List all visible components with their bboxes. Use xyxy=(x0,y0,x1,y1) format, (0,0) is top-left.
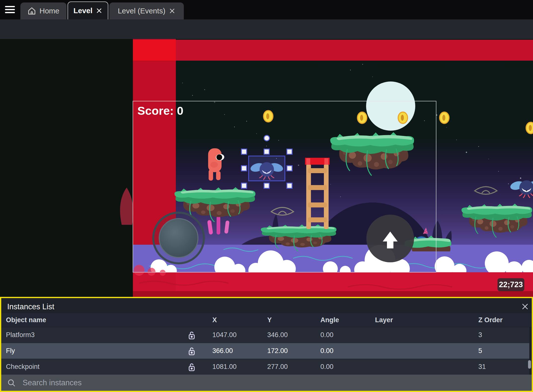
column-layer[interactable]: Layer xyxy=(375,316,393,324)
tab-level-events-label: Level (Events) xyxy=(118,7,165,15)
panel-title: Instances List xyxy=(7,302,54,311)
coin-object[interactable] xyxy=(264,111,273,122)
scene-canvas[interactable]: 22;723 Score: 0 xyxy=(0,39,533,297)
editor-out-of-scene-area xyxy=(0,39,133,297)
tab-level-label: Level xyxy=(74,6,93,15)
instance-row-platform3[interactable]: Platform3 1047.00 346.00 0.00 3 xyxy=(1,327,529,343)
coin-object[interactable] xyxy=(440,112,449,123)
column-object-name[interactable]: Object name xyxy=(6,316,46,324)
red-band-overlap xyxy=(133,40,176,61)
table-header-row: Object name X Y Angle Layer Z Order xyxy=(1,313,532,327)
rotate-handle[interactable] xyxy=(264,135,269,141)
editor-toolbar: Preview Publish xyxy=(0,19,533,39)
score-hud-text: Score: 0 xyxy=(137,104,183,117)
tab-level-close-icon[interactable] xyxy=(96,7,102,14)
home-icon xyxy=(28,7,36,15)
instance-row-fly-selected[interactable]: Fly 366.00 172.00 0.00 5 xyxy=(1,343,529,359)
main-menu-icon[interactable] xyxy=(5,6,15,14)
search-icon xyxy=(7,379,16,387)
jump-button-object[interactable] xyxy=(366,215,414,262)
tab-bar: Home Level Level (Events) xyxy=(0,0,533,19)
instance-row-checkpoint[interactable]: Checkpoint 1081.00 277.00 0.00 31 xyxy=(1,359,529,375)
lock-open-icon[interactable] xyxy=(187,362,196,372)
tab-level[interactable]: Level xyxy=(68,1,108,19)
tab-home[interactable]: Home xyxy=(20,2,67,19)
coin-object[interactable] xyxy=(526,122,533,134)
joystick-control-object[interactable] xyxy=(153,213,204,263)
selection-rectangle[interactable] xyxy=(249,156,285,181)
tab-level-events-close-icon[interactable] xyxy=(169,8,175,14)
column-y[interactable]: Y xyxy=(267,316,272,324)
search-instances-input[interactable] xyxy=(22,378,470,388)
panel-close-icon[interactable] xyxy=(521,303,529,311)
svg-text:22;723: 22;723 xyxy=(499,280,523,289)
tab-level-events[interactable]: Level (Events) xyxy=(109,2,184,19)
moon-object[interactable] xyxy=(366,81,415,131)
lock-open-icon[interactable] xyxy=(187,330,196,341)
coin-object[interactable] xyxy=(357,112,367,123)
search-bar xyxy=(1,375,532,391)
column-angle[interactable]: Angle xyxy=(320,316,339,324)
instances-list-panel: Instances List Object name X Y Angle Lay… xyxy=(0,297,533,392)
scrollbar-thumb[interactable] xyxy=(528,360,531,369)
column-x[interactable]: X xyxy=(212,316,217,324)
ground-dark-strip xyxy=(133,291,533,297)
coin-object[interactable] xyxy=(398,112,408,123)
red-strip-object[interactable] xyxy=(133,40,533,61)
lock-open-icon[interactable] xyxy=(187,346,196,356)
column-z-order[interactable]: Z Order xyxy=(478,316,503,324)
cursor-coordinates-badge: 22;723 xyxy=(497,278,524,291)
tab-home-label: Home xyxy=(39,7,59,15)
